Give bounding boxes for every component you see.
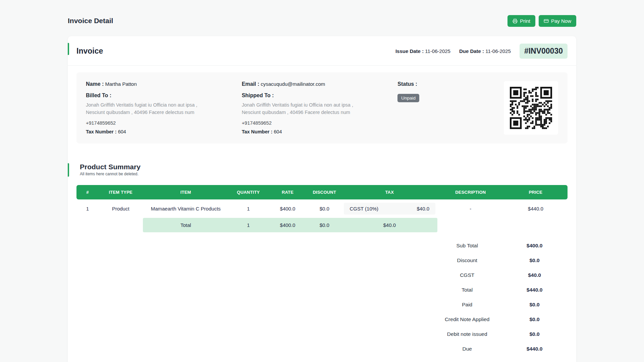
totals-label: Paid [433,302,501,308]
qr-code-image [510,87,552,129]
billed-tax-label: Tax Number : [86,129,117,134]
total-discount: $0.0 [307,218,341,232]
tax-name: CGST (10%) [350,206,379,212]
cell-discount: $0.0 [307,199,341,218]
invoice-totals: Sub Total $400.0 Discount $0.0 CGST $40.… [433,238,568,356]
customer-email-line: Email : cysacuqudu@mailinator.com [242,81,388,87]
totals-value: $40.0 [501,272,568,278]
totals-value: $400.0 [501,243,568,249]
col-header-quantity: QUANTITY [229,185,268,199]
shipped-to-address: Jonah Griffith Veritatis fugiat iu Offic… [242,101,388,116]
totals-label: Discount [433,257,501,263]
status-badge: Unpaid [397,94,419,102]
accent-bar [68,43,69,55]
billing-info-panel: Name : Martha Patton Billed To : Jonah G… [76,72,568,143]
status-label: Status : [397,81,477,87]
totals-label: Due [433,346,501,352]
pay-now-button[interactable]: Pay Now [539,15,576,27]
totals-row-debit-note: Debit note issued $0.0 [433,327,568,342]
cell-description: - [437,199,504,218]
billed-address-line2: Nesciunt quibusdam , 40496 Facere delect… [86,109,232,116]
cell-tax: CGST (10%) $40.0 [342,199,437,218]
page-title: Invoice Detail [68,17,113,25]
shipped-address-line1: Jonah Griffith Veritatis fugiat iu Offic… [242,101,388,109]
totals-label: Sub Total [433,243,501,249]
print-button-label: Print [520,18,530,24]
totals-label: Total [433,287,501,293]
due-date-label: Due Date : [459,48,484,54]
cell-price: $440.0 [504,199,568,218]
invoice-card-title: Invoice [76,47,103,56]
accent-bar [68,163,69,177]
col-header-item: ITEM [143,185,229,199]
tax-pill: CGST (10%) $40.0 [344,203,435,215]
tax-amount: $40.0 [417,206,429,212]
status-column: Status : Unpaid [397,81,487,135]
table-total-row: Total 1 $400.0 $0.0 $40.0 [76,218,568,232]
qr-code-card [504,81,558,135]
issue-date-label: Issue Date : [395,48,424,54]
customer-name-label: Name : [86,81,104,87]
totals-value: $440.0 [501,346,568,352]
totals-row-discount: Discount $0.0 [433,253,568,268]
pay-now-button-label: Pay Now [551,18,571,24]
shipped-to-column: Email : cysacuqudu@mailinator.com Shippe… [242,81,398,135]
totals-value: $0.0 [501,316,568,322]
invoice-header-meta: Issue Date : 11-06-2025 Due Date : 11-06… [395,44,568,59]
credit-card-icon [544,18,549,23]
product-summary-subtitle: All items here cannot be deleted. [80,172,568,176]
col-header-item-type: ITEM TYPE [99,185,143,199]
col-header-rate: RATE [268,185,307,199]
col-header-discount: DISCOUNT [307,185,341,199]
cell-rate: $400.0 [268,199,307,218]
totals-row-cgst: CGST $40.0 [433,268,568,283]
totals-row-due: Due $440.0 [433,342,568,356]
shipped-address-line2: Nesciunt quibusdam , 40496 Facere delect… [242,109,388,116]
totals-value: $0.0 [501,257,568,263]
billed-tax-line: Tax Number : 604 [86,129,232,134]
invoice-detail-page: Invoice Detail Print Pay Now Invoice [0,0,644,362]
toolbar-actions: Print Pay Now [507,15,576,27]
billed-to-column: Name : Martha Patton Billed To : Jonah G… [86,81,242,135]
issue-date-value: 11-06-2025 [425,48,450,54]
cell-item-type: Product [99,199,143,218]
printer-icon [513,18,518,23]
totals-value: $0.0 [501,302,568,308]
table-row: 1 Product Mamaearth Vitamin C Products 1… [76,199,568,218]
billed-tax-value: 604 [118,129,126,134]
totals-label: Credit Note Applied [433,316,501,322]
cell-quantity: 1 [229,199,268,218]
totals-row-subtotal: Sub Total $400.0 [433,238,568,253]
due-date: Due Date : 11-06-2025 [459,48,511,54]
customer-email-label: Email : [242,81,259,87]
invoice-card: Invoice Issue Date : 11-06-2025 Due Date… [68,36,576,362]
cell-index: 1 [76,199,99,218]
col-header-index: # [76,185,99,199]
total-quantity: 1 [229,218,268,232]
product-table: # ITEM TYPE ITEM QUANTITY RATE DISCOUNT … [76,185,568,232]
totals-value: $0.0 [501,331,568,337]
col-header-price: PRICE [504,185,568,199]
issue-date: Issue Date : 11-06-2025 [395,48,450,54]
customer-email-value: cysacuqudu@mailinator.com [261,81,325,87]
total-label: Total [143,218,229,232]
billed-address-line1: Jonah Griffith Veritatis fugiat iu Offic… [86,101,232,109]
product-table-wrap: # ITEM TYPE ITEM QUANTITY RATE DISCOUNT … [76,185,568,232]
invoice-card-header: Invoice Issue Date : 11-06-2025 Due Date… [68,36,576,66]
due-date-value: 11-06-2025 [485,48,511,54]
table-header-row: # ITEM TYPE ITEM QUANTITY RATE DISCOUNT … [76,185,568,199]
customer-name-value: Martha Patton [105,81,137,87]
totals-label: CGST [433,272,501,278]
totals-row-paid: Paid $0.0 [433,297,568,312]
totals-row-credit-note: Credit Note Applied $0.0 [433,312,568,327]
shipped-to-label: Shipped To : [242,93,388,99]
shipped-tax-line: Tax Number : 604 [242,129,388,134]
totals-row-total: Total $440.0 [433,283,568,297]
totals-value: $440.0 [501,287,568,293]
billed-phone: +9174859652 [86,120,232,126]
customer-name-line: Name : Martha Patton [86,81,232,87]
print-button[interactable]: Print [507,15,535,27]
col-header-tax: TAX [342,185,437,199]
shipped-tax-value: 604 [274,129,282,134]
cell-item: Mamaearth Vitamin C Products [143,199,229,218]
